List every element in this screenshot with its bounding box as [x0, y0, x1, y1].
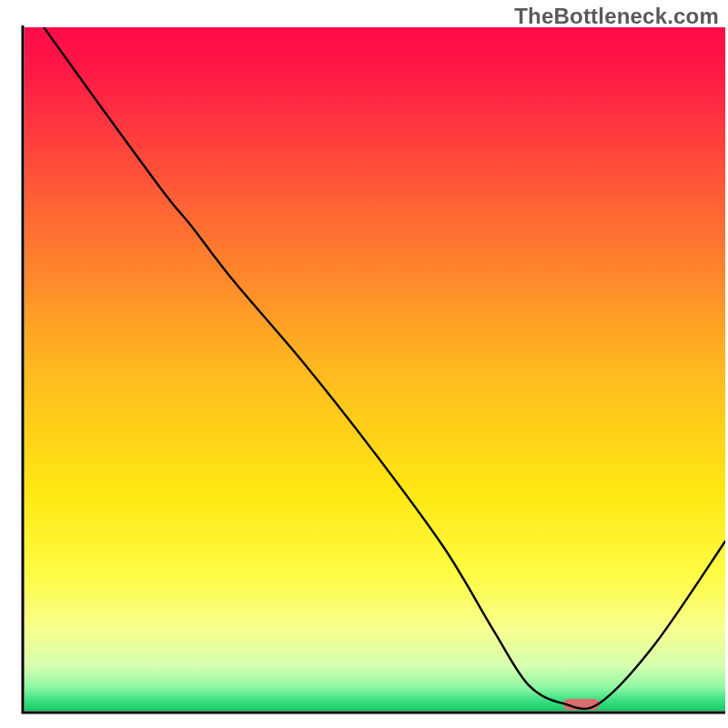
bottleneck-plot: [0, 0, 728, 728]
gradient-background: [25, 27, 726, 712]
chart-frame: TheBottleneck.com: [0, 0, 728, 728]
